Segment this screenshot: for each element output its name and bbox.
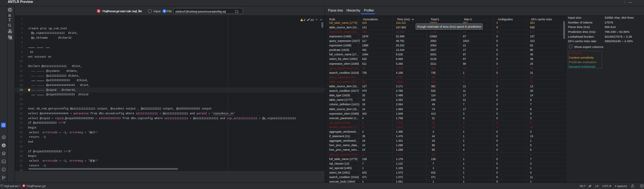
svg-text:A: A	[98, 9, 100, 13]
svg-text:A: A	[23, 184, 25, 187]
svg-text:A: A	[3, 144, 5, 147]
